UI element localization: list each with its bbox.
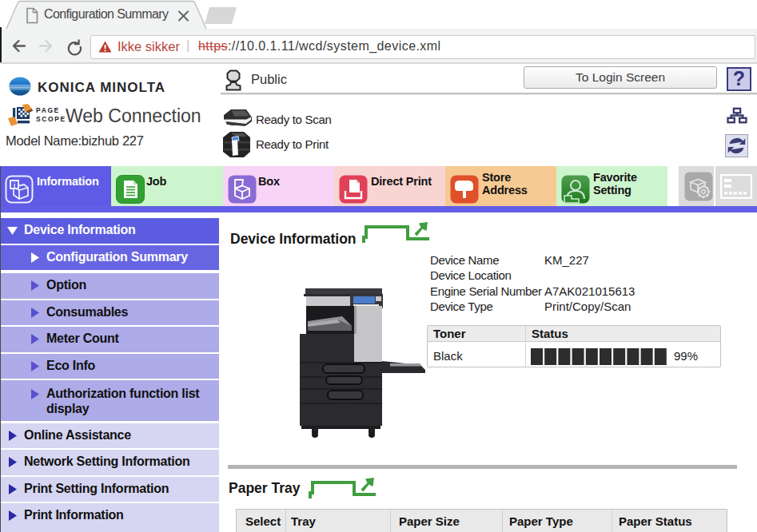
svg-text:i: i bbox=[14, 181, 16, 189]
